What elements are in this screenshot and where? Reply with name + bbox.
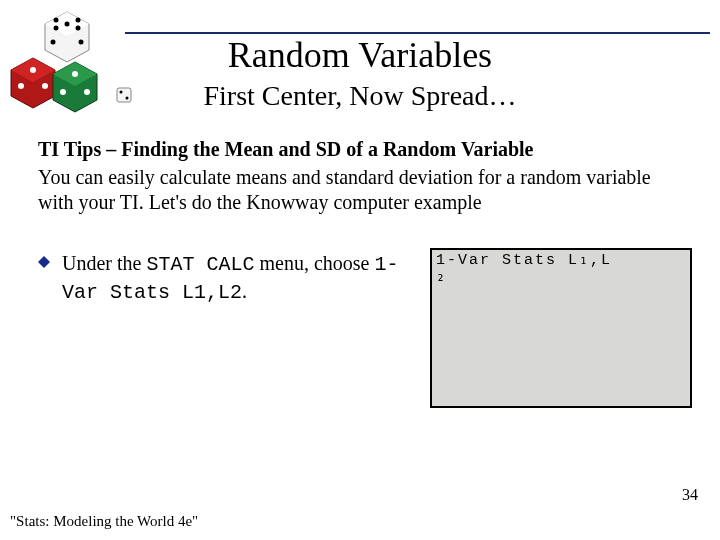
section-heading: TI Tips – Finding the Mean and SD of a R… [38,138,690,161]
slide-subtitle: First Center, Now Spread… [0,80,720,112]
calc-line-1: 1-Var Stats L₁,L [436,252,686,269]
footer-citation: "Stats: Modeling the World 4e" [10,513,198,530]
bullet-text-post: . [242,280,247,302]
content-block: TI Tips – Finding the Mean and SD of a R… [38,138,690,215]
section-body: You can easily calculate means and stand… [38,165,690,215]
bullet-text-mid: menu, choose [254,252,374,274]
bullet-text: Under the STAT CALC menu, choose 1-Var S… [62,250,402,306]
svg-point-8 [65,22,70,27]
calculator-screen: 1-Var Stats L₁,L ₂ [430,248,692,408]
svg-point-11 [76,26,81,31]
svg-point-10 [54,26,59,31]
bullet-text-pre: Under the [62,252,146,274]
bullet-code-1: STAT CALC [146,253,254,276]
slide-title: Random Variables [0,34,720,76]
svg-marker-22 [38,256,50,268]
calc-line-2: ₂ [436,269,686,286]
page-number: 34 [682,486,698,504]
svg-point-7 [54,18,59,23]
diamond-bullet-icon [38,256,50,268]
svg-point-9 [76,18,81,23]
